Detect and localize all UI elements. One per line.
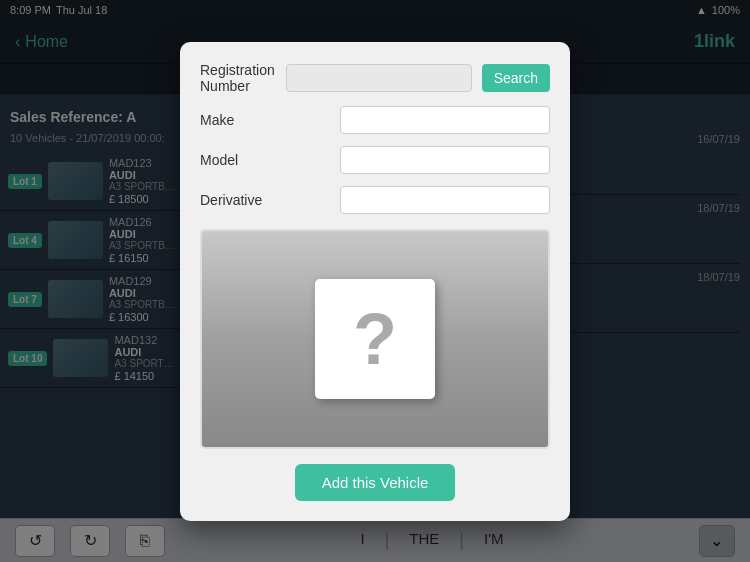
modal-overlay[interactable]: Registration Number Search Make Model De… [0,0,750,562]
model-label: Model [200,152,340,168]
derivative-input[interactable] [340,186,550,214]
add-vehicle-button[interactable]: Add this Vehicle [295,464,455,501]
registration-input[interactable] [286,64,472,92]
derivative-row: Derivative [200,186,550,214]
question-mark-box: ? [315,279,435,399]
make-label: Make [200,112,340,128]
model-input[interactable] [340,146,550,174]
derivative-label: Derivative [200,192,340,208]
vehicle-image-container: ? [200,229,550,449]
make-row: Make [200,106,550,134]
model-row: Model [200,146,550,174]
registration-row: Registration Number Search [200,62,550,94]
modal-form: Registration Number Search Make Model De… [200,62,550,214]
question-mark-icon: ? [353,298,397,380]
make-input[interactable] [340,106,550,134]
add-vehicle-modal: Registration Number Search Make Model De… [180,42,570,521]
registration-label: Registration Number [200,62,286,94]
search-button[interactable]: Search [482,64,550,92]
